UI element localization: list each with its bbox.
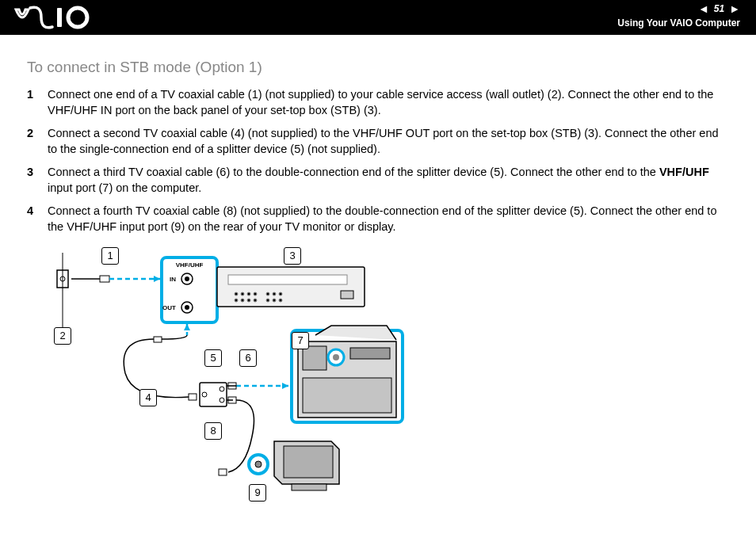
step-text: Connect a third TV coaxial cable (6) to … — [48, 166, 659, 178]
callout-3: 3 — [284, 247, 301, 265]
section-title: To connect in STB mode (Option 1) — [27, 59, 724, 76]
step-bold: VHF/UHF — [659, 166, 709, 178]
svg-point-38 — [220, 387, 224, 391]
step-4: Connect a fourth TV coaxial cable (8) (n… — [27, 204, 724, 235]
callout-1: 1 — [101, 247, 119, 265]
svg-point-11 — [185, 277, 189, 281]
callout-7: 7 — [292, 332, 309, 349]
svg-rect-0 — [57, 8, 62, 27]
svg-rect-34 — [154, 337, 162, 342]
svg-point-28 — [266, 299, 269, 302]
svg-marker-41 — [282, 383, 288, 389]
svg-rect-5 — [100, 276, 109, 282]
svg-point-14 — [185, 305, 189, 310]
svg-point-39 — [220, 398, 224, 402]
svg-point-1 — [68, 8, 87, 27]
vaio-logo — [14, 3, 101, 37]
step-3: Connect a third TV coaxial cable (6) to … — [27, 165, 724, 196]
svg-marker-7 — [154, 276, 160, 282]
svg-point-29 — [273, 299, 276, 302]
svg-point-47 — [333, 354, 339, 360]
svg-rect-15 — [217, 267, 365, 307]
svg-point-37 — [202, 392, 207, 397]
svg-point-20 — [254, 292, 257, 296]
svg-rect-49 — [303, 378, 391, 413]
svg-point-21 — [266, 292, 269, 296]
svg-rect-35 — [189, 394, 197, 400]
svg-point-30 — [279, 299, 282, 302]
callout-8: 8 — [204, 422, 222, 440]
callout-9: 9 — [249, 484, 266, 502]
callout-2: 2 — [54, 327, 71, 345]
step-2: Connect a second TV coaxial cable (4) (n… — [27, 126, 724, 157]
svg-point-22 — [273, 292, 276, 296]
svg-text:OUT: OUT — [162, 304, 176, 311]
svg-point-54 — [255, 461, 262, 467]
vhfuhf-label: VHF/UHF — [176, 261, 204, 269]
callout-4: 4 — [139, 389, 157, 406]
callout-5: 5 — [204, 349, 222, 367]
svg-text:IN: IN — [170, 276, 176, 283]
svg-rect-56 — [292, 484, 326, 490]
next-page-arrow[interactable]: ► — [729, 2, 740, 15]
svg-rect-55 — [284, 446, 333, 478]
svg-point-17 — [235, 292, 238, 296]
section-label: Using Your VAIO Computer — [617, 17, 740, 29]
svg-point-19 — [247, 292, 250, 296]
svg-rect-31 — [341, 291, 353, 299]
svg-point-26 — [247, 299, 250, 302]
step-text: Connect a fourth TV coaxial cable (8) (n… — [48, 204, 716, 233]
svg-rect-16 — [228, 275, 347, 284]
page-number: 51 — [714, 3, 724, 14]
connection-diagram: VHF/UHF IN OUT — [54, 246, 466, 508]
svg-rect-48 — [350, 348, 390, 359]
svg-rect-45 — [303, 346, 326, 370]
tv-monitor — [274, 441, 339, 490]
step-1: Connect one end of a TV coaxial cable (1… — [27, 87, 724, 118]
step-text: Connect a second TV coaxial cable (4) (n… — [48, 127, 719, 155]
page-content: To connect in STB mode (Option 1) Connec… — [0, 35, 756, 508]
svg-point-18 — [241, 292, 244, 296]
step-text: input port (7) on the computer. — [48, 181, 201, 194]
page-nav: ◄ 51 ► — [698, 2, 740, 15]
svg-point-24 — [235, 299, 238, 302]
svg-marker-33 — [184, 324, 190, 330]
svg-point-25 — [241, 299, 244, 302]
svg-point-23 — [279, 292, 282, 296]
svg-point-27 — [254, 299, 257, 302]
step-text: Connect one end of a TV coaxial cable (1… — [48, 88, 713, 116]
step-list: Connect one end of a TV coaxial cable (1… — [27, 87, 724, 235]
callout-6: 6 — [239, 349, 257, 367]
page-header: ◄ 51 ► Using Your VAIO Computer — [0, 0, 756, 35]
prev-page-arrow[interactable]: ◄ — [698, 2, 709, 15]
